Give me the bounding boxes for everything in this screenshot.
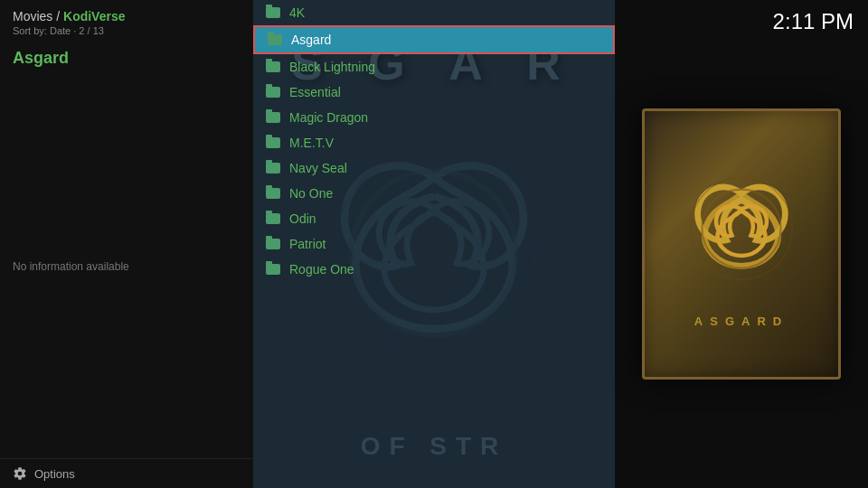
list-item[interactable]: 4K xyxy=(253,0,615,25)
folder-icon xyxy=(266,188,280,199)
art-frame: ASGARD xyxy=(642,108,841,380)
folder-icon xyxy=(266,7,280,18)
list-item[interactable]: Navy Seal xyxy=(253,155,615,181)
item-label: Rogue One xyxy=(289,262,354,277)
list-item[interactable]: No One xyxy=(253,181,615,206)
list-item[interactable]: Patriot xyxy=(253,231,615,257)
list-item[interactable]: Essential xyxy=(253,80,615,105)
list-item[interactable]: Rogue One xyxy=(253,257,615,282)
list-item[interactable]: Black Lightning xyxy=(253,54,615,80)
item-label: Patriot xyxy=(289,237,326,251)
time-display: 2:11 PM xyxy=(773,9,854,34)
item-label: Odin xyxy=(289,211,316,226)
header: Movies / KodiVerse Sort by: Date · 2 / 1… xyxy=(0,0,253,40)
sort-info: Sort by: Date · 2 / 13 xyxy=(13,25,241,36)
breadcrumb: Movies / KodiVerse xyxy=(13,9,241,23)
breadcrumb-prefix: Movies / xyxy=(13,9,63,23)
left-panel: Movies / KodiVerse Sort by: Date · 2 / 1… xyxy=(0,0,253,488)
folder-icon xyxy=(266,112,280,123)
folder-icon xyxy=(266,87,280,98)
section-title: Asgard xyxy=(0,40,253,75)
folder-icon xyxy=(266,61,280,72)
right-panel: ASGARD xyxy=(615,0,868,488)
art-triquetra-icon xyxy=(674,161,809,296)
folder-icon xyxy=(266,239,280,249)
app-name: KodiVerse xyxy=(63,9,125,23)
folder-icon xyxy=(266,137,280,148)
item-label: Asgard xyxy=(291,33,331,47)
no-info-text: No information available xyxy=(0,75,253,458)
folder-icon xyxy=(266,163,280,174)
bottom-bar[interactable]: Options xyxy=(0,458,253,488)
item-label: Magic Dragon xyxy=(289,110,368,125)
options-label: Options xyxy=(34,467,75,481)
art-title: ASGARD xyxy=(694,314,788,328)
item-label: No One xyxy=(289,186,333,201)
item-label: 4K xyxy=(289,5,305,20)
folder-icon xyxy=(266,213,280,224)
item-label: Navy Seal xyxy=(289,161,347,175)
list-item[interactable]: Magic Dragon xyxy=(253,105,615,130)
folder-icon xyxy=(268,34,282,45)
item-label: Black Lightning xyxy=(289,60,375,74)
list-item[interactable]: M.E.T.V xyxy=(253,130,615,155)
gear-icon xyxy=(13,466,27,481)
list-panel: 4KAsgardBlack LightningEssentialMagic Dr… xyxy=(253,0,615,488)
list-item[interactable]: Odin xyxy=(253,206,615,231)
list-item[interactable]: Asgard xyxy=(253,25,615,54)
item-label: M.E.T.V xyxy=(289,136,334,150)
folder-icon xyxy=(266,264,280,275)
item-label: Essential xyxy=(289,85,341,99)
